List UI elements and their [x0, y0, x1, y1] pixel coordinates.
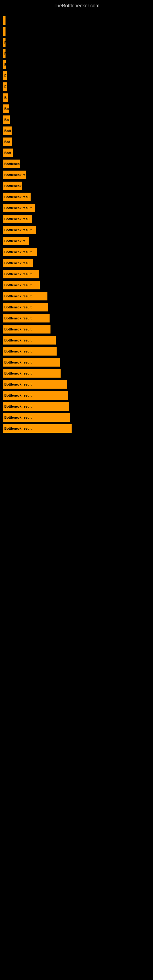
bar-fill-23: Bottleneck resu: [3, 259, 33, 267]
bar-row: Bottleneck result: [3, 314, 150, 323]
bar-fill-32: Bottleneck result: [3, 358, 60, 367]
bar-fill-28: Bottleneck result: [3, 314, 49, 323]
bar-row: Bo: [3, 115, 150, 124]
bar-fill-30: Bottleneck result: [3, 336, 56, 345]
bar-fill-31: Bottleneck result: [3, 347, 57, 356]
bar-fill-25: Bottleneck result: [3, 281, 40, 290]
bar-row: Bottleneck result: [3, 347, 150, 356]
bar-row: B: [3, 94, 150, 102]
bar-row: Bottleneck result: [3, 226, 150, 234]
bar-row: Bottleneck result: [3, 391, 150, 400]
bar-row: F: [3, 49, 150, 58]
bars-container: FFBEEBBoBoBottBotBottBottlenecBottleneck…: [0, 10, 153, 438]
bar-row: Bottleneck result: [3, 292, 150, 301]
bar-fill-37: Bottleneck result: [3, 413, 70, 422]
bar-fill-38: Bottleneck result: [3, 424, 72, 433]
bar-fill-33: Bottleneck result: [3, 369, 61, 378]
bar-row: E: [3, 83, 150, 91]
bar-fill-22: Bottleneck result: [3, 248, 37, 256]
bar-row: Bot: [3, 137, 150, 146]
bar-row: Bottleneck result: [3, 303, 150, 312]
bar-row: Bo: [3, 105, 150, 113]
bar-row: Bottleneck result: [3, 413, 150, 422]
bar-fill-13: Bott: [3, 148, 13, 157]
bar-fill-35: Bottleneck result: [3, 391, 68, 400]
bar-fill-11: Bott: [3, 126, 12, 135]
bar-row: Bottleneck result: [3, 380, 150, 389]
bar-fill-2: [3, 27, 5, 36]
bar-fill-24: Bottleneck result: [3, 270, 39, 278]
bar-row: Bottleneck re: [3, 237, 150, 245]
bar-fill-10: Bo: [3, 115, 10, 124]
bar-fill-15: Bottleneck res: [3, 170, 26, 179]
bar-fill-17: Bottleneck resu: [3, 192, 30, 201]
bar-row: F: [3, 38, 150, 47]
bar-row: E: [3, 72, 150, 80]
bar-row: Bottleneck result: [3, 358, 150, 367]
bar-row: Bottleneck result: [3, 402, 150, 411]
bar-fill-20: Bottleneck result: [3, 226, 36, 234]
bar-row: Bott: [3, 126, 150, 135]
site-title: TheBottlenecker.com: [0, 0, 153, 10]
bar-row: [3, 16, 150, 25]
bar-row: Bott: [3, 148, 150, 157]
bar-fill-3: F: [3, 38, 5, 47]
bar-row: Bottleneck result: [3, 325, 150, 334]
bar-fill-14: Bottlenec: [3, 159, 20, 168]
bar-fill-27: Bottleneck result: [3, 303, 48, 312]
bar-row: Bottleneck result: [3, 336, 150, 345]
bar-row: Bottleneck resu: [3, 192, 150, 201]
bar-fill-29: Bottleneck result: [3, 325, 51, 334]
bar-fill-12: Bot: [3, 137, 12, 146]
bar-fill-4: F: [3, 49, 5, 58]
bar-row: Bottleneck: [3, 181, 150, 190]
bar-fill-16: Bottleneck: [3, 181, 22, 190]
bar-row: [3, 27, 150, 36]
bar-fill-7: E: [3, 83, 7, 91]
bar-row: Bottleneck result: [3, 204, 150, 212]
bar-fill-8: B: [3, 94, 8, 102]
bar-row: Bottleneck result: [3, 369, 150, 378]
bar-fill-21: Bottleneck re: [3, 237, 29, 245]
bar-fill-18: Bottleneck result: [3, 204, 35, 212]
bar-row: Bottlenec: [3, 159, 150, 168]
bar-fill-1: [3, 16, 5, 25]
bar-fill-6: E: [3, 72, 7, 80]
bar-fill-36: Bottleneck result: [3, 402, 69, 411]
bar-fill-19: Bottleneck resu: [3, 215, 32, 223]
bar-row: Bottleneck result: [3, 424, 150, 433]
bar-row: Bottleneck result: [3, 248, 150, 256]
bar-row: Bottleneck result: [3, 270, 150, 278]
bar-fill-5: B: [3, 60, 6, 69]
bar-fill-34: Bottleneck result: [3, 380, 67, 389]
bar-row: Bottleneck res: [3, 170, 150, 179]
bar-row: Bottleneck resu: [3, 215, 150, 223]
bar-fill-26: Bottleneck result: [3, 292, 48, 301]
bar-row: B: [3, 60, 150, 69]
bar-row: Bottleneck result: [3, 281, 150, 290]
bar-fill-9: Bo: [3, 105, 9, 113]
bar-row: Bottleneck resu: [3, 259, 150, 267]
